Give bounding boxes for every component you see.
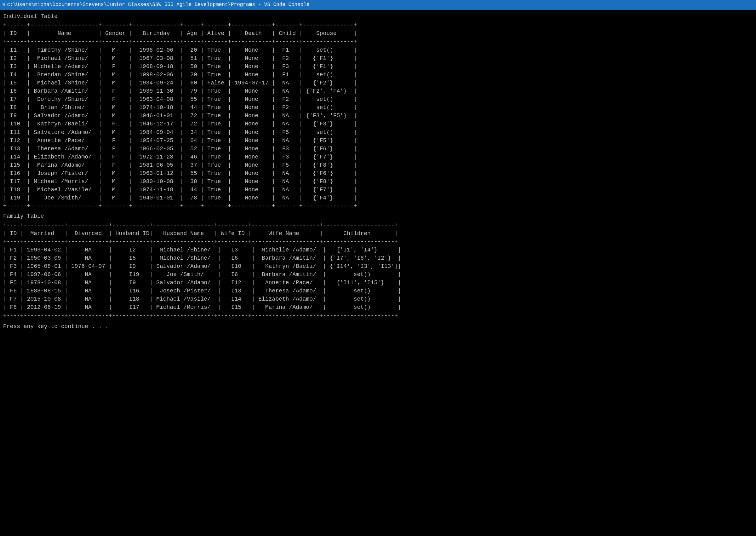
family-table-section: Family Table +----+------------+--------… xyxy=(3,212,753,319)
console-body: Individual Table +------+---------------… xyxy=(0,10,756,333)
family-table-title: Family Table xyxy=(3,212,753,220)
console-icon: ⌘ xyxy=(3,2,5,8)
family-table-content: +----+------------+------------+--------… xyxy=(3,221,753,320)
title-bar: ⌘ c:\Users\micha\Documents\Stevens\Junio… xyxy=(0,0,756,10)
individual-table-title: Individual Table xyxy=(3,12,753,20)
title-bar-text: c:\Users\micha\Documents\Stevens\Junior … xyxy=(7,1,309,9)
individual-table-section: Individual Table +------+---------------… xyxy=(3,12,753,210)
prompt-text: Press any key to continue . . . xyxy=(3,322,753,331)
individual-table-content: +------+--------------------+--------+--… xyxy=(3,21,753,210)
